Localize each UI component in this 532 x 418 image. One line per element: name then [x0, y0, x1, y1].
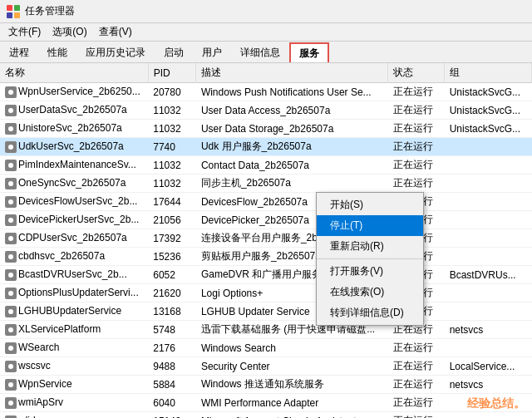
table-row[interactable]: wmiApSrv6040WMI Performance Adapter正在运行 — [0, 394, 532, 412]
cell-pid: 5884 — [148, 376, 196, 394]
table-row[interactable]: UserDataSvc_2b26507a11032User Data Acces… — [0, 101, 532, 120]
table-row[interactable]: WpnUserService_2b6250...20780Windows Pus… — [0, 83, 532, 101]
col-header-group[interactable]: 组 — [445, 63, 532, 83]
cell-status: 正在运行 — [388, 339, 445, 357]
cell-status: 正在运行 — [388, 412, 445, 419]
table-row[interactable]: OptionsPlusUpdaterServi...21620Logi Opti… — [0, 284, 532, 302]
service-icon — [5, 269, 17, 281]
cell-group — [445, 339, 532, 357]
table-row[interactable]: wscsvc9488Security Center正在运行LocalServic… — [0, 357, 532, 376]
context-menu-sep1 — [317, 258, 423, 259]
context-menu-goto-details[interactable]: 转到详细信息(D) — [317, 302, 423, 323]
title-bar: 任务管理器 — [0, 0, 532, 23]
cell-group: LocalService... — [445, 357, 532, 376]
table-row[interactable]: BcastDVRUserSvc_2b...6052GameDVR 和广播用户服务… — [0, 266, 532, 284]
cell-group — [445, 229, 532, 248]
service-icon — [5, 397, 17, 409]
svg-point-23 — [8, 254, 13, 259]
service-icon — [5, 178, 17, 189]
table-row[interactable]: LGHUBUpdaterService13168LGHUB Updater Se… — [0, 302, 532, 321]
svg-point-39 — [8, 401, 13, 406]
cell-name: WpnService — [0, 376, 148, 394]
menu-view[interactable]: 查看(V) — [94, 23, 137, 41]
svg-rect-3 — [14, 12, 20, 18]
service-icon — [5, 233, 17, 244]
cell-pid: 11032 — [148, 156, 196, 175]
context-menu-open-services[interactable]: 打开服务(V) — [317, 261, 423, 282]
table-row[interactable]: WpnService5884Windows 推送通知系统服务正在运行netsvc… — [0, 376, 532, 394]
tab-services[interactable]: 服务 — [289, 42, 329, 62]
cell-name: WSearch — [0, 339, 148, 357]
cell-group: netsvcs — [445, 376, 532, 394]
context-menu-stop[interactable]: 停止(T) — [317, 215, 423, 236]
cell-name: UdkUserSvc_2b26507a — [0, 138, 148, 156]
cell-pid: 21620 — [148, 284, 196, 302]
tab-startup[interactable]: 启动 — [155, 42, 193, 62]
service-icon — [5, 306, 17, 317]
col-header-name[interactable]: 名称 — [0, 63, 148, 83]
context-menu-search-online[interactable]: 在线搜索(O) — [317, 282, 423, 302]
cell-status: 正在运行 — [388, 357, 445, 376]
cell-name: CDPUserSvc_2b26507a — [0, 229, 148, 248]
table-row[interactable]: CDPUserSvc_2b26507a17392连接设备平台用户服务_2b265… — [0, 229, 532, 248]
svg-point-15 — [8, 181, 13, 186]
svg-point-33 — [8, 346, 13, 351]
table-row[interactable]: cbdhsvc_2b26507a15236剪贴板用户服务_2b26507a正在运… — [0, 248, 532, 266]
cell-name: UnistoreSvc_2b26507a — [0, 120, 148, 138]
cell-group: UnistackSvcG... — [445, 120, 532, 138]
tab-performance[interactable]: 性能 — [38, 42, 76, 62]
context-menu-start[interactable]: 开始(S) — [317, 194, 423, 215]
service-icon — [5, 361, 17, 372]
tab-history[interactable]: 应用历史记录 — [76, 42, 155, 62]
cell-desc: User Data Storage_2b26507a — [196, 120, 388, 138]
cell-pid: 7740 — [148, 138, 196, 156]
cell-group — [445, 138, 532, 156]
cell-name: OneSyncSvc_2b26507a — [0, 175, 148, 193]
table-row[interactable]: XLServicePlatform5748迅雷下载基础服务 (用于快速申请磁盘.… — [0, 321, 532, 339]
tab-details[interactable]: 详细信息 — [231, 42, 289, 62]
cell-group: UnistackSvcG... — [445, 101, 532, 120]
cell-group: UnistackSvcG... — [445, 83, 532, 101]
svg-point-11 — [8, 145, 13, 150]
menu-file[interactable]: 文件(F) — [3, 23, 46, 41]
tab-users[interactable]: 用户 — [193, 42, 231, 62]
cell-desc: Windows Push Notifications User Se... — [196, 83, 388, 101]
context-menu-restart[interactable]: 重新启动(R) — [317, 236, 423, 257]
cell-desc: Microsoft Account Sign-in Assistant — [196, 412, 388, 419]
col-header-desc[interactable]: 描述 — [196, 63, 388, 83]
cell-desc: Windows 推送通知系统服务 — [196, 376, 388, 394]
table-row[interactable]: DevicePickerUserSvc_2b...21056DevicePick… — [0, 211, 532, 229]
cell-status: 正在运行 — [388, 83, 445, 101]
cell-desc: User Data Access_2b26507a — [196, 101, 388, 120]
svg-point-27 — [8, 291, 13, 296]
table-row[interactable]: UdkUserSvc_2b26507a7740Udk 用户服务_2b26507a… — [0, 138, 532, 156]
table-row[interactable]: PimIndexMaintenanceSv...11032Contact Dat… — [0, 156, 532, 175]
cell-group — [445, 394, 532, 412]
svg-point-13 — [8, 163, 13, 168]
table-row[interactable]: UnistoreSvc_2b26507a11032User Data Stora… — [0, 120, 532, 138]
cell-name: cbdhsvc_2b26507a — [0, 248, 148, 266]
menu-options[interactable]: 选项(O) — [47, 23, 91, 41]
col-header-status[interactable]: 状态 — [388, 63, 445, 83]
cell-pid: 6052 — [148, 266, 196, 284]
services-table: 名称 PID 描述 状态 组 WpnUserService_2b6250...2… — [0, 63, 532, 418]
service-icon — [5, 379, 17, 391]
cell-pid: 11032 — [148, 101, 196, 120]
service-icon — [5, 214, 17, 226]
cell-group — [445, 211, 532, 229]
cell-group: netsvcs — [445, 321, 532, 339]
svg-rect-2 — [7, 12, 12, 18]
tab-process[interactable]: 进程 — [0, 42, 38, 62]
svg-point-5 — [8, 90, 13, 95]
cell-pid: 13168 — [148, 302, 196, 321]
cell-name: DevicePickerUserSvc_2b... — [0, 211, 148, 229]
cell-status: 正在运行 — [388, 376, 445, 394]
table-row[interactable]: WSearch2176Windows Search正在运行 — [0, 339, 532, 357]
table-row[interactable]: wlidsvc15140Microsoft Account Sign-in As… — [0, 412, 532, 419]
service-icon — [5, 123, 17, 135]
table-row[interactable]: OneSyncSvc_2b26507a11032同步主机_2b26507a正在运… — [0, 175, 532, 193]
cell-name: BcastDVRUserSvc_2b... — [0, 266, 148, 284]
col-header-pid[interactable]: PID — [148, 63, 196, 83]
table-row[interactable]: DevicesFlowUserSvc_2b...17644DevicesFlow… — [0, 193, 532, 211]
cell-status: 正在运行 — [388, 394, 445, 412]
